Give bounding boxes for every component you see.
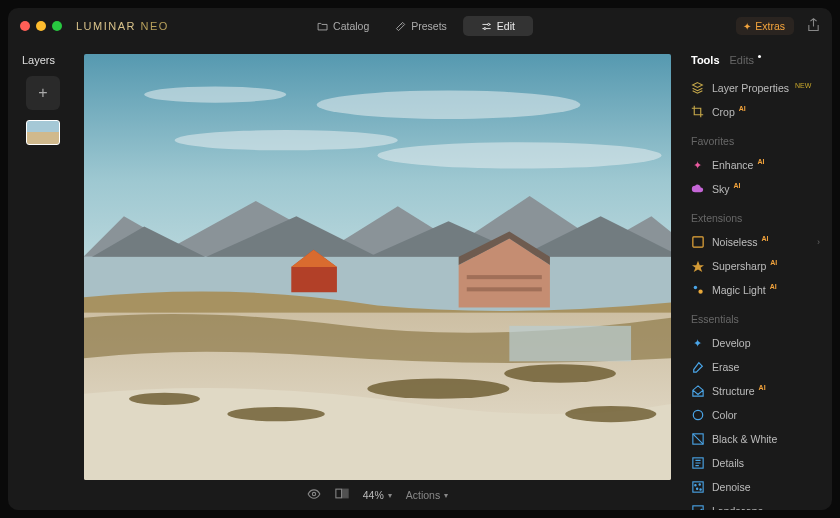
landscape-icon: [691, 504, 704, 510]
extras-button[interactable]: ✦ Extras: [736, 17, 794, 35]
section-essentials: Essentials: [691, 313, 822, 325]
noiseless-icon: [691, 235, 704, 248]
close-icon[interactable]: [20, 21, 30, 31]
titlebar: LUMINAR NEO Catalog Presets Edit: [8, 8, 832, 44]
section-favorites: Favorites: [691, 135, 822, 147]
maximize-icon[interactable]: [52, 21, 62, 31]
app-window: LUMINAR NEO Catalog Presets Edit: [8, 8, 832, 510]
svg-point-32: [699, 483, 700, 484]
tools-panel: Tools Edits Layer Properties NEW Crop AI…: [677, 44, 832, 510]
wand-icon: [395, 21, 406, 32]
svg-rect-23: [342, 489, 348, 498]
svg-point-4: [175, 130, 398, 150]
app-brand: LUMINAR NEO: [76, 20, 169, 32]
svg-point-18: [129, 393, 200, 405]
top-navigation: Catalog Presets Edit: [307, 16, 533, 36]
crop-icon: [691, 105, 704, 118]
tool-noiseless[interactable]: Noiseless AI ›: [691, 231, 822, 252]
chevron-down-icon: ▾: [444, 491, 448, 500]
svg-point-17: [227, 407, 324, 421]
enhance-icon: ✦: [691, 158, 704, 171]
tool-structure[interactable]: Structure AI: [691, 380, 822, 401]
svg-point-19: [565, 406, 656, 422]
actions-menu[interactable]: Actions ▾: [406, 489, 448, 501]
svg-point-27: [693, 410, 702, 419]
tool-color[interactable]: Color: [691, 404, 822, 425]
layer-thumbnail[interactable]: [26, 120, 60, 145]
tool-bw[interactable]: Black & White: [691, 428, 822, 449]
svg-rect-12: [467, 275, 542, 279]
svg-rect-22: [336, 489, 342, 498]
panel-tabs: Tools Edits: [691, 54, 822, 66]
catalog-button[interactable]: Catalog: [307, 16, 379, 36]
svg-rect-24: [692, 236, 702, 246]
titlebar-right: ✦ Extras: [736, 17, 820, 35]
svg-point-33: [696, 488, 697, 489]
add-layer-button[interactable]: +: [26, 76, 60, 110]
bw-icon: [691, 432, 704, 445]
plus-icon: +: [38, 84, 47, 102]
window-controls: [20, 21, 62, 31]
supersharp-icon: [691, 259, 704, 272]
minimize-icon[interactable]: [36, 21, 46, 31]
svg-point-3: [317, 91, 581, 119]
svg-point-15: [367, 379, 509, 399]
tab-tools[interactable]: Tools: [691, 54, 720, 66]
tool-enhance[interactable]: ✦ Enhance AI: [691, 154, 822, 175]
tool-develop[interactable]: ✦ Develop: [691, 332, 822, 353]
compare-icon[interactable]: [335, 488, 349, 502]
tool-erase[interactable]: Erase: [691, 356, 822, 377]
chevron-right-icon: ›: [817, 237, 820, 247]
image-canvas[interactable]: [84, 54, 671, 480]
svg-point-25: [693, 285, 696, 288]
edit-button[interactable]: Edit: [463, 16, 533, 36]
cloud-icon: [691, 182, 704, 195]
svg-point-34: [699, 488, 700, 489]
folder-icon: [317, 21, 328, 32]
section-extensions: Extensions: [691, 212, 822, 224]
zoom-level[interactable]: 44%: [363, 489, 384, 501]
canvas-bottom-bar: 44% ▾ Actions ▾: [84, 480, 671, 510]
tool-sky[interactable]: Sky AI: [691, 178, 822, 199]
details-icon: [691, 456, 704, 469]
erase-icon: [691, 360, 704, 373]
magiclight-icon: [691, 283, 704, 296]
svg-rect-13: [467, 287, 542, 291]
svg-point-16: [504, 364, 616, 382]
tool-magiclight[interactable]: Magic Light AI: [691, 279, 822, 300]
tool-crop[interactable]: Crop AI: [691, 101, 822, 122]
layers-title: Layers: [22, 54, 55, 66]
develop-icon: ✦: [691, 336, 704, 349]
presets-button[interactable]: Presets: [385, 16, 457, 36]
edits-indicator: [758, 55, 761, 58]
svg-point-6: [144, 86, 286, 102]
svg-point-31: [694, 484, 695, 485]
tool-layer-properties[interactable]: Layer Properties NEW: [691, 77, 822, 98]
tool-details[interactable]: Details: [691, 452, 822, 473]
svg-point-1: [484, 27, 486, 29]
layers-panel: Layers +: [8, 44, 78, 510]
eye-icon[interactable]: [307, 488, 321, 502]
structure-icon: [691, 384, 704, 397]
tool-landscape[interactable]: Landscape: [691, 500, 822, 510]
tool-supersharp[interactable]: Supersharp AI: [691, 255, 822, 276]
svg-point-21: [312, 492, 315, 495]
layers-icon: [691, 81, 704, 94]
svg-rect-20: [509, 326, 631, 362]
sparkle-icon: ✦: [743, 21, 751, 32]
share-icon[interactable]: [807, 18, 820, 35]
tool-denoise[interactable]: Denoise: [691, 476, 822, 497]
sliders-icon: [481, 21, 492, 32]
main-body: Layers +: [8, 44, 832, 510]
svg-rect-30: [692, 481, 702, 491]
denoise-icon: [691, 480, 704, 493]
canvas-area: 44% ▾ Actions ▾: [78, 44, 677, 510]
svg-point-0: [487, 23, 489, 25]
svg-point-5: [378, 142, 662, 168]
color-icon: [691, 408, 704, 421]
svg-point-26: [698, 289, 702, 293]
zoom-chevron-icon[interactable]: ▾: [388, 491, 392, 500]
tab-edits[interactable]: Edits: [730, 54, 754, 66]
